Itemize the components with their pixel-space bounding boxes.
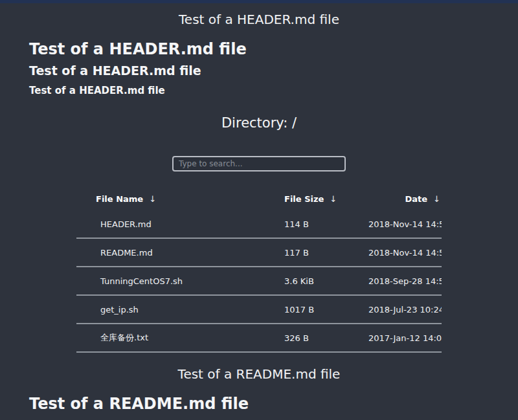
file-date-cell: 2018-Nov-14 14:57 bbox=[368, 210, 442, 238]
column-header-file-name-label: File Name bbox=[96, 194, 143, 204]
sort-down-icon[interactable]: ↓ bbox=[149, 194, 156, 204]
file-size-cell: 114 B bbox=[284, 210, 368, 238]
column-header-file-size[interactable]: File Size↓ bbox=[284, 188, 368, 210]
file-size-cell: 326 B bbox=[284, 324, 368, 352]
file-name-link[interactable]: TunningCentOS7.sh bbox=[100, 276, 183, 286]
header-md-h1: Test of a HEADER.md file bbox=[29, 41, 518, 58]
header-md-h2: Test of a HEADER.md file bbox=[29, 64, 518, 78]
file-table-body: HEADER.md 114 B 2018-Nov-14 14:57 README… bbox=[76, 210, 442, 352]
file-name-link[interactable]: HEADER.md bbox=[100, 219, 152, 229]
file-name-link[interactable]: 全库备份.txt bbox=[100, 333, 148, 342]
file-name-link[interactable]: README.md bbox=[100, 248, 153, 258]
column-header-file-name[interactable]: File Name↓ bbox=[76, 188, 284, 210]
search-container bbox=[0, 156, 518, 171]
column-header-file-size-label: File Size bbox=[284, 194, 324, 204]
top-accent-strip bbox=[0, 0, 518, 3]
header-md-centered-title: Test of a HEADER.md file bbox=[0, 12, 518, 27]
table-row: HEADER.md 114 B 2018-Nov-14 14:57 bbox=[76, 210, 442, 238]
table-row: 全库备份.txt 326 B 2017-Jan-12 14:09 bbox=[76, 324, 442, 352]
file-date-cell: 2017-Jan-12 14:09 bbox=[368, 324, 442, 352]
file-name-link[interactable]: get_ip.sh bbox=[100, 305, 139, 315]
file-size-cell: 3.6 KiB bbox=[284, 267, 368, 295]
table-row: TunningCentOS7.sh 3.6 KiB 2018-Sep-28 14… bbox=[76, 267, 442, 295]
header-md-section: Test of a HEADER.md file Test of a HEADE… bbox=[0, 12, 518, 96]
sort-down-icon[interactable]: ↓ bbox=[433, 194, 440, 204]
file-size-cell: 1017 B bbox=[284, 295, 368, 324]
column-header-date-label: Date bbox=[405, 194, 427, 204]
file-size-cell: 117 B bbox=[284, 238, 368, 267]
readme-md-section: Test of a README.md file Test of a READM… bbox=[0, 366, 518, 420]
table-row: README.md 117 B 2018-Nov-14 14:57 bbox=[76, 238, 442, 267]
sort-down-icon[interactable]: ↓ bbox=[330, 194, 337, 204]
directory-title: Directory: / bbox=[0, 115, 518, 131]
table-row: get_ip.sh 1017 B 2018-Jul-23 10:24 bbox=[76, 295, 442, 324]
file-date-cell: 2018-Nov-14 14:57 bbox=[368, 238, 442, 267]
column-header-date[interactable]: Date↓ bbox=[368, 188, 442, 210]
readme-md-h1: Test of a README.md file bbox=[29, 395, 518, 412]
readme-md-centered-title: Test of a README.md file bbox=[0, 366, 518, 382]
search-input[interactable] bbox=[172, 156, 346, 171]
table-header-row: File Name↓ File Size↓ Date↓ bbox=[76, 188, 442, 210]
header-md-h3: Test of a HEADER.md file bbox=[29, 85, 518, 96]
file-date-cell: 2018-Jul-23 10:24 bbox=[368, 295, 442, 324]
file-table: File Name↓ File Size↓ Date↓ HEADER.md 11… bbox=[76, 188, 442, 353]
file-date-cell: 2018-Sep-28 14:57 bbox=[368, 267, 442, 295]
